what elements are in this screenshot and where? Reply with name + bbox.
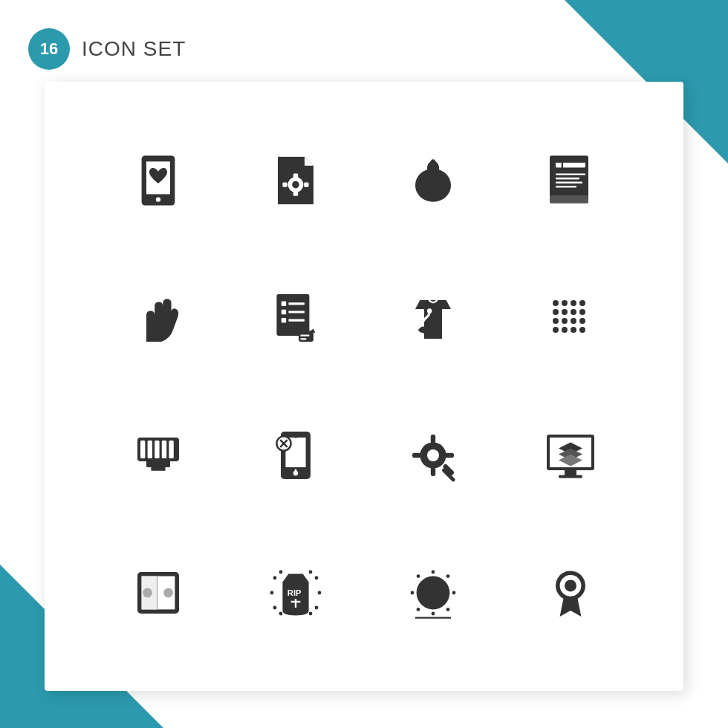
- svg-rect-24: [281, 318, 285, 322]
- svg-point-38: [579, 309, 585, 315]
- svg-rect-28: [300, 338, 306, 339]
- svg-point-2: [155, 197, 160, 201]
- svg-rect-25: [288, 319, 305, 321]
- svg-point-4: [292, 181, 299, 188]
- icon-cell-mobile-heart: [89, 111, 227, 249]
- svg-rect-7: [282, 182, 287, 186]
- svg-rect-5: [293, 173, 297, 178]
- svg-rect-49: [147, 441, 152, 458]
- svg-point-32: [562, 300, 568, 306]
- icon-cell-award-badge: [501, 524, 639, 661]
- svg-point-46: [579, 327, 585, 333]
- svg-point-86: [314, 605, 318, 609]
- svg-point-89: [279, 570, 282, 573]
- svg-point-96: [416, 576, 449, 609]
- svg-rect-27: [300, 334, 309, 336]
- svg-point-99: [452, 591, 455, 594]
- svg-point-85: [273, 605, 276, 609]
- svg-point-64: [427, 449, 439, 461]
- mobile-cancel-icon: [266, 426, 325, 485]
- svg-text:RIP: RIP: [287, 588, 301, 597]
- mobile-heart-icon: [129, 151, 188, 210]
- svg-point-43: [553, 327, 559, 333]
- svg-rect-68: [445, 452, 454, 457]
- svg-rect-52: [169, 441, 173, 458]
- svg-point-62: [294, 469, 296, 471]
- svg-rect-20: [281, 301, 285, 305]
- svg-point-84: [314, 576, 318, 579]
- svg-point-9: [415, 169, 451, 202]
- svg-point-81: [143, 588, 152, 597]
- svg-point-10: [430, 159, 436, 169]
- icon-cell-phone-shirt: [364, 249, 501, 386]
- svg-point-98: [446, 574, 449, 578]
- svg-point-33: [571, 300, 576, 306]
- svg-rect-6: [293, 191, 297, 195]
- icon-cell-checklist-edit: [227, 249, 364, 386]
- svg-point-57: [293, 470, 297, 475]
- svg-rect-8: [304, 182, 308, 186]
- svg-rect-17: [556, 181, 582, 183]
- svg-point-39: [553, 318, 559, 324]
- icon-cell-circle-dots: [364, 524, 501, 661]
- badge-number: 16: [40, 39, 58, 59]
- brush-tool-icon: [129, 426, 188, 485]
- file-settings-icon: [266, 151, 325, 210]
- svg-point-90: [308, 570, 312, 573]
- svg-rect-15: [556, 173, 585, 175]
- svg-point-45: [571, 327, 576, 333]
- svg-point-37: [571, 309, 576, 315]
- svg-point-34: [579, 300, 585, 306]
- svg-point-36: [562, 309, 568, 315]
- svg-point-102: [416, 608, 420, 611]
- svg-point-92: [308, 611, 312, 615]
- svg-rect-80: [156, 576, 157, 609]
- svg-point-108: [565, 579, 576, 591]
- checklist-edit-icon: [266, 288, 325, 348]
- svg-point-100: [446, 608, 449, 611]
- svg-point-82: [163, 588, 173, 597]
- tomato-icon: [403, 151, 463, 210]
- svg-point-40: [562, 318, 568, 324]
- svg-point-42: [579, 318, 585, 324]
- rip-coffin-icon: RIP: [266, 563, 325, 623]
- settings-wrench-icon: [403, 426, 463, 485]
- svg-rect-66: [430, 467, 435, 476]
- svg-point-87: [270, 591, 273, 594]
- icon-cell-text-document: T: [501, 111, 639, 249]
- svg-rect-48: [140, 441, 145, 458]
- circle-dots-icon: [403, 563, 463, 623]
- svg-rect-12: [550, 195, 588, 203]
- svg-point-88: [317, 591, 321, 594]
- icon-cell-brush-tool: [89, 386, 227, 524]
- svg-rect-18: [556, 186, 576, 187]
- icon-cell-hand-glove: [89, 249, 227, 386]
- svg-point-61: [293, 435, 297, 438]
- svg-point-41: [571, 318, 576, 324]
- svg-point-104: [416, 574, 420, 578]
- icon-cell-settings-wrench: [364, 386, 501, 524]
- svg-point-91: [279, 611, 282, 615]
- svg-point-30: [427, 308, 432, 313]
- svg-rect-21: [288, 302, 305, 305]
- svg-rect-22: [281, 309, 285, 313]
- svg-point-101: [431, 611, 435, 615]
- phone-shirt-icon: [403, 288, 463, 348]
- dot-grid-icon: [541, 288, 600, 348]
- svg-rect-23: [288, 311, 305, 313]
- svg-rect-73: [559, 475, 582, 478]
- icon-cell-tablet-split: [89, 524, 227, 661]
- icon-cell-mobile-cancel: [227, 386, 364, 524]
- svg-rect-51: [161, 441, 166, 458]
- svg-rect-65: [430, 435, 435, 443]
- icon-cell-rip-coffin: RIP: [227, 524, 364, 661]
- icon-card: T: [45, 82, 683, 691]
- layers-monitor-icon: [541, 426, 600, 485]
- svg-point-83: [273, 576, 276, 579]
- svg-point-31: [553, 300, 559, 306]
- icon-cell-file-settings: [227, 111, 364, 249]
- hand-glove-icon: [129, 288, 188, 348]
- icon-cell-dot-grid: [501, 249, 639, 386]
- svg-text:T: T: [559, 158, 566, 171]
- svg-rect-54: [151, 466, 165, 470]
